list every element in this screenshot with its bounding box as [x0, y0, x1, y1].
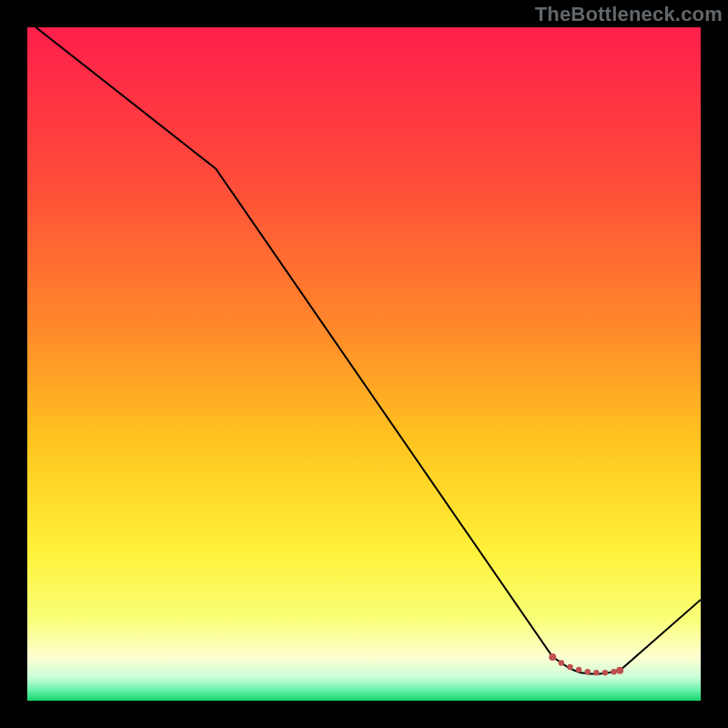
- marker-dot: [559, 660, 564, 665]
- marker-dot: [549, 653, 556, 661]
- gradient-background: [27, 27, 701, 701]
- marker-dot: [602, 670, 608, 675]
- marker-dot: [567, 664, 572, 670]
- chart-stage: TheBottleneck.com: [0, 0, 728, 728]
- marker-dot: [611, 669, 616, 674]
- watermark-text: TheBottleneck.com: [535, 3, 723, 26]
- marker-dot: [593, 670, 599, 675]
- marker-dot: [584, 669, 590, 674]
- chart-svg: [27, 27, 701, 701]
- marker-dot: [616, 667, 623, 674]
- marker-dot: [576, 667, 581, 672]
